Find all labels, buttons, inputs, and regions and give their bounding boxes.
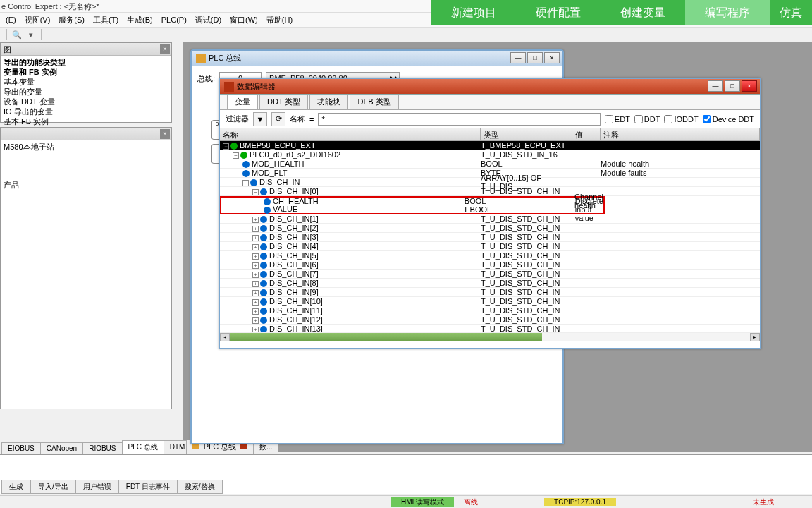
top-tabs: 新建项目 硬件配置 创建变量 编写程序 仿真: [431, 0, 812, 25]
table-row[interactable]: +BMEP58_ECPU_EXTT_BMEP58_ECPU_EXT: [220, 141, 760, 150]
top-tab-new[interactable]: 新建项目: [431, 0, 516, 25]
tab-variables[interactable]: 变量: [227, 94, 258, 109]
status-tcpip: TCPIP:127.0.0.1: [544, 498, 616, 506]
top-tab-sim[interactable]: 仿真: [770, 0, 812, 25]
table-row[interactable]: CH_HEALTHBOOLChannel health: [220, 196, 605, 205]
left-bottom-tabs: EIOBUS CANopen RIOBUS PLC 总线 DTM 目: [1, 440, 199, 454]
chk-ddt[interactable]: DDT: [634, 115, 660, 123]
minimize-button[interactable]: —: [510, 52, 526, 64]
tree-item[interactable]: 导出的变量: [4, 87, 168, 97]
otab-errors[interactable]: 用户错误: [75, 480, 119, 494]
table-row[interactable]: +DIS_CH_IN[12]T_U_DIS_STD_CH_IN: [220, 315, 760, 325]
scroll-right-icon[interactable]: ▸: [750, 333, 760, 341]
btab-plc[interactable]: PLC 总线: [122, 440, 164, 454]
otab-import[interactable]: 导入/导出: [30, 480, 76, 494]
btab-riobus[interactable]: RIOBUS: [82, 442, 122, 454]
h-scrollbar[interactable]: ◂ ▸: [220, 332, 760, 341]
chk-edt[interactable]: EDT: [605, 115, 630, 123]
refresh-icon[interactable]: ⟳: [271, 112, 285, 126]
table-row[interactable]: +DIS_CH_IN[13]T_U_DIS_STD_CH_IN: [220, 325, 760, 332]
close-button[interactable]: ×: [544, 52, 560, 64]
otab-search[interactable]: 搜索/替换: [177, 480, 223, 494]
name-filter-input[interactable]: [318, 113, 600, 126]
col-note[interactable]: 注释: [601, 128, 760, 140]
btab-eiobus[interactable]: EIOBUS: [1, 442, 41, 454]
table-row[interactable]: +DIS_CH_IN[10]T_U_DIS_STD_CH_IN: [220, 297, 760, 306]
table-row[interactable]: +DIS_CH_IN[2]T_U_DIS_STD_CH_IN: [220, 224, 760, 233]
chk-devddt[interactable]: Device DDT: [703, 115, 754, 123]
table-row[interactable]: +DIS_CH_IN[1]T_U_DIS_STD_CH_IN: [220, 214, 760, 224]
pane-header: 图: [1, 43, 171, 56]
menu-help[interactable]: 帮助(H): [262, 15, 297, 25]
col-name[interactable]: 名称: [220, 128, 481, 140]
tree-item[interactable]: 产品: [4, 180, 168, 190]
top-tab-var[interactable]: 创建变量: [601, 0, 685, 25]
col-type[interactable]: 类型: [481, 128, 572, 140]
tree-item[interactable]: 变量和 FB 实例: [4, 67, 168, 77]
plc-window-title: PLC 总线: [209, 53, 241, 64]
otab-build[interactable]: 生成: [1, 480, 31, 494]
output-panel: 生成 导入/导出 用户错误 FDT 日志事件 搜索/替换: [0, 454, 812, 494]
table-row[interactable]: VALUEEBOOLDiscrete input value: [220, 205, 605, 214]
tab-ddt[interactable]: DDT 类型: [259, 94, 308, 109]
tree-item[interactable]: 基本变量: [4, 77, 168, 87]
zoom-icon[interactable]: 🔍: [11, 28, 23, 41]
maximize-button[interactable]: □: [725, 80, 740, 92]
tree-item[interactable]: IO 导出的变量: [4, 107, 168, 116]
tree-item[interactable]: 导出的功能块类型: [4, 57, 168, 67]
table-row[interactable]: −DIS_CH_INARRAY[0..15] OF T_U_DIS_...: [220, 178, 760, 187]
table-row[interactable]: +DIS_CH_IN[7]T_U_DIS_STD_CH_IN: [220, 270, 760, 279]
filter-label: 过滤器: [226, 114, 249, 124]
tree-item[interactable]: 设备 DDT 变量: [4, 97, 168, 107]
menu-debug[interactable]: 调试(D): [191, 15, 226, 25]
tree[interactable]: 导出的功能块类型 变量和 FB 实例 基本变量 导出的变量 设备 DDT 变量 …: [1, 56, 171, 128]
table-row[interactable]: MOD_HEALTHBOOLModule health: [220, 159, 760, 169]
tree-item[interactable]: M580本地子站: [4, 142, 168, 152]
pane2-header: [1, 128, 171, 140]
grid-body[interactable]: +BMEP58_ECPU_EXTT_BMEP58_ECPU_EXT−PLC0_d…: [220, 141, 760, 332]
menu-window[interactable]: 窗口(W): [226, 15, 262, 25]
eq-label: =: [309, 115, 314, 123]
grid-header: 名称 类型 值 注释: [220, 128, 760, 141]
menu-plc[interactable]: PLC(P): [157, 16, 191, 24]
left-panel: × 图 导出的功能块类型 变量和 FB 实例 基本变量 导出的变量 设备 DDT…: [0, 42, 172, 480]
menu-tools[interactable]: 工具(T): [89, 15, 123, 25]
table-row[interactable]: +DIS_CH_IN[6]T_U_DIS_STD_CH_IN: [220, 260, 760, 270]
table-row[interactable]: +DIS_CH_IN[11]T_U_DIS_STD_CH_IN: [220, 306, 760, 315]
table-row[interactable]: +DIS_CH_IN[4]T_U_DIS_STD_CH_IN: [220, 242, 760, 251]
table-row[interactable]: +DIS_CH_IN[3]T_U_DIS_STD_CH_IN: [220, 233, 760, 242]
name-label: 名称: [290, 114, 305, 124]
tab-fb[interactable]: 功能块: [309, 94, 348, 109]
status-offline: 离线: [454, 497, 488, 507]
minimize-button[interactable]: —: [708, 80, 723, 92]
menu-build[interactable]: 生成(B): [123, 15, 157, 25]
status-hmi: HMI 读写模式: [391, 497, 454, 507]
filter-icon[interactable]: ▼: [253, 112, 267, 126]
dropdown-icon[interactable]: ▾: [25, 28, 37, 41]
tab-dfb[interactable]: DFB 类型: [350, 94, 398, 109]
top-tab-prog[interactable]: 编写程序: [685, 0, 770, 25]
chk-ioddt[interactable]: IODDT: [664, 115, 698, 123]
top-tab-hw[interactable]: 硬件配置: [516, 0, 601, 25]
close-button[interactable]: ×: [742, 80, 757, 92]
otab-fdt[interactable]: FDT 日志事件: [118, 480, 178, 494]
scroll-left-icon[interactable]: ◂: [220, 333, 230, 341]
maximize-button[interactable]: □: [527, 52, 543, 64]
table-row[interactable]: −PLC0_d0_r0_s2_DDI1602T_U_DIS_STD_IN_16: [220, 150, 760, 159]
plc-icon: [192, 444, 199, 449]
status-bar: HMI 读写模式 离线 TCPIP:127.0.0.1 未生成: [0, 495, 812, 508]
table-row[interactable]: +DIS_CH_IN[8]T_U_DIS_STD_CH_IN: [220, 279, 760, 288]
mdi-area: PLC 总线 — □ × 总线: BME_P58_2040 02.80 0 数据…: [183, 42, 812, 452]
tree-item[interactable]: 基本 FB 实例: [4, 116, 168, 126]
table-row[interactable]: +DIS_CH_IN[5]T_U_DIS_STD_CH_IN: [220, 251, 760, 260]
pane-close-icon[interactable]: ×: [160, 129, 170, 139]
btab-canopen[interactable]: CANopen: [40, 442, 83, 454]
plc-icon: [196, 54, 206, 63]
menu-services[interactable]: 服务(S): [54, 15, 89, 25]
menu-view[interactable]: 视图(V): [20, 15, 55, 25]
menu-file[interactable]: (E): [1, 16, 20, 24]
table-row[interactable]: +DIS_CH_IN[9]T_U_DIS_STD_CH_IN: [220, 288, 760, 297]
col-value[interactable]: 值: [572, 128, 601, 140]
table-row[interactable]: −DIS_CH_IN[0]T_U_DIS_STD_CH_IN: [220, 187, 760, 196]
pane-close-icon[interactable]: ×: [160, 44, 170, 54]
